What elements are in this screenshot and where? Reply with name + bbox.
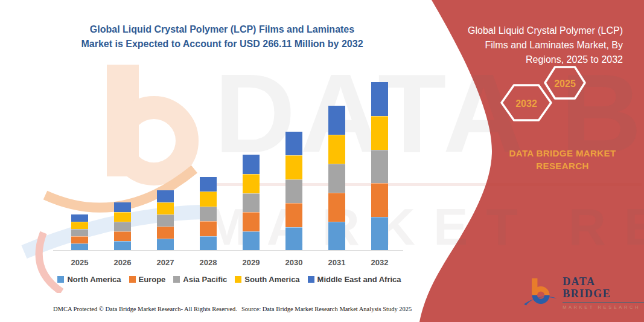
company-logo-subtitle: MARKET RESEARCH [563,304,644,310]
watermark-underline [216,183,642,186]
x-axis-label: 2029 [229,258,273,267]
hexagon-2032-label: 2032 [502,97,551,111]
footer-source-text: Source: Data Bridge Market Research Mark… [241,306,412,312]
x-axis-label: 2031 [315,258,359,267]
panel-brand-line1: DATA BRIDGE MARKET [496,147,629,159]
legend-swatch [173,276,180,283]
company-logo-name: DATA BRIDGE [563,276,644,303]
x-axis-line [53,250,403,251]
x-axis-label: 2032 [358,258,401,267]
legend-swatch [308,276,314,283]
watermark-sub-text: MARKET RESEARCH [205,201,644,253]
legend-label: Europe [139,275,166,284]
panel-title-line1: Global Liquid Crystal Polymer (LCP) [447,24,623,38]
legend-item: South America [235,275,299,284]
chart-title-line2: Market is Expected to Account for USD 26… [59,37,385,51]
panel-title-line2: Films and Laminates Market, By [447,38,623,53]
company-logo-icon [524,276,558,308]
legend-label: Asia Pacific [183,275,227,284]
company-logo: DATA BRIDGE MARKET RESEARCH [524,276,644,310]
legend-label: South America [244,275,299,284]
legend-label: Middle East and Africa [317,275,401,284]
legend-swatch [57,276,64,283]
hexagon-badges [492,60,595,130]
legend-item: Middle East and Africa [308,275,401,284]
infographic-canvas: DATA BRIDGE MARKET RESEARCH Global Liqui… [0,0,644,322]
watermark-b-logo-icon [18,33,217,293]
panel-brand-text: DATA BRIDGE MARKET RESEARCH [496,147,629,172]
panel-brand-line2: RESEARCH [496,159,629,172]
legend-item: Europe [129,275,166,284]
legend-swatch [129,276,136,283]
legend-item: Asia Pacific [173,275,227,284]
chart-title-line1: Global Liquid Crystal Polymer (LCP) Film… [59,22,385,37]
legend-label: North America [67,275,121,284]
chart-legend: North AmericaEuropeAsia PacificSouth Ame… [54,275,404,284]
chart-title: Global Liquid Crystal Polymer (LCP) Film… [59,22,385,51]
legend-item: North America [57,275,121,284]
x-axis-label: 2030 [272,258,316,267]
hexagon-2025-label: 2025 [545,77,585,91]
legend-swatch [235,276,241,283]
footer-dmca-text: DMCA Protected © Data Bridge Market Rese… [53,306,237,312]
